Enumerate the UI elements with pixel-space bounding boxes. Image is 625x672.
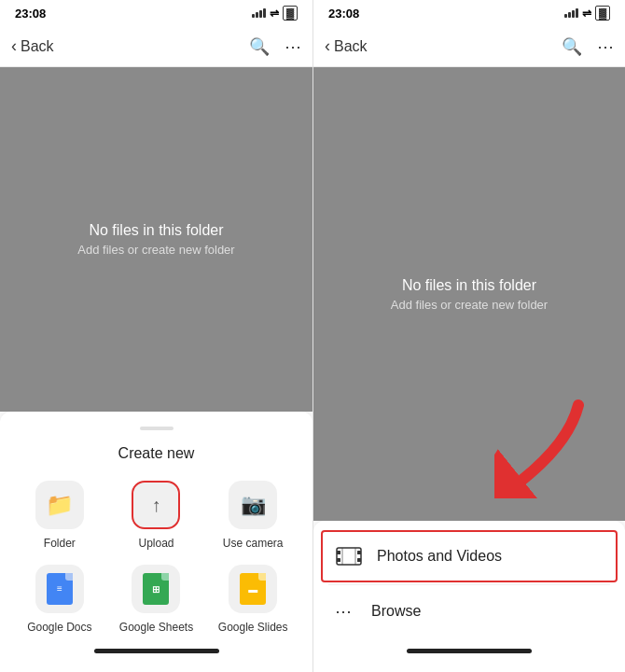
- empty-title-left: No files in this folder: [77, 222, 234, 239]
- folder-icon-wrap: 📁: [35, 481, 84, 529]
- browse-icon: ⋯: [328, 596, 358, 626]
- svg-rect-1: [337, 548, 361, 565]
- sheets-icon-wrap: ⊞: [132, 565, 180, 613]
- search-icon-left[interactable]: 🔍: [249, 36, 270, 57]
- search-icon-right[interactable]: 🔍: [562, 36, 582, 57]
- nav-actions-right: 🔍 ⋯: [562, 36, 614, 57]
- status-time-left: 23:08: [15, 7, 46, 21]
- red-arrow: [494, 396, 597, 502]
- sheet-handle: [140, 427, 174, 430]
- upload-icon: [151, 495, 160, 516]
- google-sheets-icon: ⊞: [143, 573, 169, 605]
- home-indicator-left: [94, 649, 219, 653]
- google-docs-icon: ≡: [47, 573, 73, 605]
- signal-icon-right: [564, 8, 578, 18]
- sheet-item-upload[interactable]: Upload: [112, 481, 201, 550]
- svg-rect-3: [357, 551, 361, 554]
- docs-label: Google Docs: [27, 621, 91, 634]
- upload-icon-wrap: [132, 481, 180, 529]
- empty-state-left: No files in this folder Add files or cre…: [77, 222, 234, 257]
- status-bar-right: 23:08 ⇌ ▓: [313, 0, 625, 26]
- slides-icon-wrap: ▬: [229, 565, 277, 613]
- browse-item[interactable]: ⋯ Browse: [313, 585, 625, 637]
- camera-icon-wrap: 📷: [229, 481, 277, 529]
- empty-subtitle-right: Add files or create new folder: [391, 298, 548, 312]
- svg-rect-4: [337, 558, 340, 562]
- sheet-item-slides[interactable]: ▬ Google Slides: [208, 565, 298, 634]
- docs-icon-wrap: ≡: [35, 565, 84, 613]
- photos-videos-item[interactable]: Photos and Videos: [321, 530, 618, 582]
- status-bar-left: 23:08 ⇌ ▓: [0, 0, 312, 26]
- nav-bar-right: ‹ Back 🔍 ⋯: [313, 26, 625, 67]
- back-button-left[interactable]: ‹ Back: [11, 36, 54, 56]
- camera-label: Use camera: [223, 537, 284, 550]
- back-button-right[interactable]: ‹ Back: [325, 36, 368, 56]
- photos-videos-label: Photos and Videos: [377, 548, 502, 565]
- create-new-sheet: Create new 📁 Folder Upload 📷: [0, 412, 312, 672]
- sheets-label: Google Sheets: [119, 621, 193, 634]
- wifi-icon: ⇌: [270, 7, 279, 20]
- svg-rect-6: [341, 548, 343, 565]
- right-panel: 23:08 ⇌ ▓ ‹ Back 🔍 ⋯ No files in this fo…: [312, 0, 625, 672]
- signal-icon: [252, 8, 266, 18]
- home-indicator-right: [407, 649, 532, 653]
- upload-options-sheet: Photos and Videos ⋯ Browse: [313, 521, 625, 672]
- svg-rect-7: [354, 548, 356, 565]
- sheet-item-docs[interactable]: ≡ Google Docs: [15, 565, 104, 634]
- google-slides-icon: ▬: [240, 573, 266, 605]
- more-icon-right[interactable]: ⋯: [597, 36, 614, 57]
- empty-title-right: No files in this folder: [391, 277, 548, 294]
- wifi-icon-right: ⇌: [582, 7, 591, 20]
- empty-subtitle-left: Add files or create new folder: [77, 243, 234, 257]
- left-panel: 23:08 ⇌ ▓ ‹ Back 🔍 ⋯ No files in this fo…: [0, 0, 312, 672]
- upload-label: Upload: [138, 537, 174, 550]
- folder-icon: 📁: [46, 492, 74, 518]
- back-label-left: Back: [21, 38, 54, 55]
- sheet-item-camera[interactable]: 📷 Use camera: [208, 481, 298, 550]
- back-chevron-icon-right: ‹: [325, 36, 330, 56]
- sheet-item-folder[interactable]: 📁 Folder: [15, 481, 104, 550]
- battery-icon-right: ▓: [595, 6, 610, 21]
- svg-rect-5: [357, 558, 361, 562]
- back-label-right: Back: [334, 38, 368, 55]
- back-chevron-icon: ‹: [11, 36, 17, 56]
- status-icons-right: ⇌ ▓: [564, 6, 610, 21]
- status-icons-left: ⇌ ▓: [252, 6, 298, 21]
- svg-rect-2: [337, 551, 340, 554]
- browse-label: Browse: [371, 603, 421, 620]
- sheet-grid: 📁 Folder Upload 📷 Use camera: [0, 481, 312, 634]
- sheet-title: Create new: [0, 445, 312, 462]
- main-content-right: No files in this folder Add files or cre…: [313, 67, 625, 521]
- sheet-item-sheets[interactable]: ⊞ Google Sheets: [112, 565, 201, 634]
- slides-label: Google Slides: [218, 621, 288, 634]
- battery-icon: ▓: [283, 6, 298, 21]
- status-time-right: 23:08: [328, 7, 359, 21]
- camera-icon: 📷: [241, 493, 266, 517]
- film-icon: [334, 541, 364, 571]
- main-content-left: No files in this folder Add files or cre…: [0, 67, 312, 412]
- nav-bar-left: ‹ Back 🔍 ⋯: [0, 26, 312, 67]
- folder-label: Folder: [44, 537, 76, 550]
- nav-actions-left: 🔍 ⋯: [249, 36, 301, 57]
- more-icon-left[interactable]: ⋯: [285, 36, 301, 57]
- empty-state-right: No files in this folder Add files or cre…: [391, 277, 548, 312]
